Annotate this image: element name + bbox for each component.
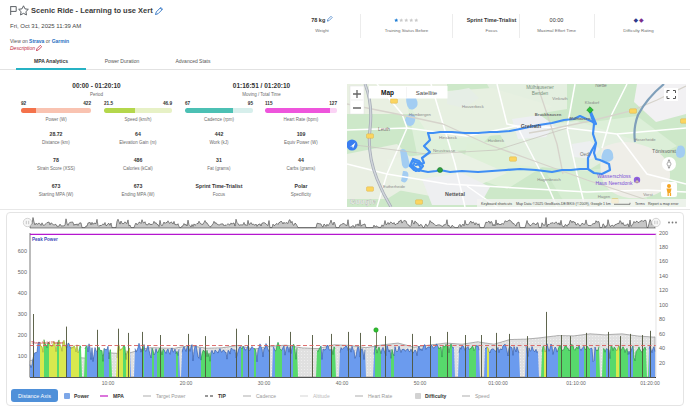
- svg-text:Google: Google: [350, 198, 376, 206]
- svg-text:Target Power: Target Power: [156, 393, 186, 399]
- svg-text:Map Data ©2025 GeoBasis-DE/BKG: Map Data ©2025 GeoBasis-DE/BKG (©2009), …: [516, 202, 602, 206]
- svg-text:Threshold Power: Threshold Power: [31, 340, 64, 345]
- svg-text:20:00: 20:00: [180, 380, 193, 386]
- svg-text:30:00: 30:00: [258, 380, 271, 386]
- svg-text:Power: Power: [74, 393, 89, 399]
- svg-text:Mülhausen: Mülhausen: [570, 116, 591, 121]
- svg-text:180: 180: [659, 244, 668, 250]
- svg-text:Terms: Terms: [635, 202, 645, 206]
- svg-text:TIP: TIP: [218, 393, 226, 399]
- svg-text:Altitude: Altitude: [313, 393, 330, 399]
- svg-text:Vinkrath: Vinkrath: [552, 96, 568, 101]
- svg-text:01:20:00: 01:20:00: [640, 380, 660, 386]
- svg-text:Tönisvorst: Tönisvorst: [652, 148, 676, 154]
- svg-text:Oedt: Oedt: [580, 152, 591, 157]
- svg-text:200: 200: [659, 230, 668, 236]
- svg-text:60: 60: [659, 331, 665, 337]
- svg-text:Heart Rate: Heart Rate: [368, 393, 392, 399]
- svg-text:01:00:00: 01:00:00: [488, 380, 508, 386]
- svg-text:Vorst: Vorst: [643, 192, 653, 197]
- svg-text:Benden: Benden: [532, 91, 549, 96]
- svg-text:Nettetal: Nettetal: [445, 191, 465, 197]
- svg-text:600: 600: [18, 248, 27, 254]
- svg-text:40: 40: [659, 345, 665, 351]
- svg-text:Hagenbroich: Hagenbroich: [537, 177, 561, 182]
- svg-text:Wasserschloss: Wasserschloss: [597, 173, 631, 179]
- svg-text:Difficulty: Difficulty: [425, 393, 447, 399]
- svg-text:MPA: MPA: [113, 393, 124, 399]
- svg-text:160: 160: [659, 258, 668, 264]
- svg-text:Klixdorf: Klixdorf: [585, 100, 600, 105]
- svg-text:100: 100: [18, 353, 27, 359]
- svg-text:Haus Neersdonk: Haus Neersdonk: [595, 180, 633, 186]
- svg-text:Bruckhausen: Bruckhausen: [535, 112, 562, 117]
- svg-text:40:00: 40:00: [336, 380, 349, 386]
- svg-text:Distance Axis: Distance Axis: [18, 393, 51, 399]
- svg-text:Cadence: Cadence: [256, 393, 276, 399]
- svg-text:⛪: ⛪: [635, 178, 640, 183]
- svg-text:01:10:00: 01:10:00: [566, 380, 586, 386]
- svg-text:300: 300: [18, 311, 27, 317]
- svg-text:Satellite: Satellite: [416, 90, 438, 96]
- svg-text:20: 20: [659, 360, 665, 366]
- svg-text:400: 400: [18, 290, 27, 296]
- svg-text:Nette: Nette: [595, 84, 607, 88]
- svg-text:Map: Map: [381, 89, 394, 97]
- svg-text:Hagen: Hagen: [598, 194, 611, 199]
- svg-text:200: 200: [18, 332, 27, 338]
- svg-text:120: 120: [659, 287, 668, 293]
- svg-text:100: 100: [659, 302, 668, 308]
- svg-text:80: 80: [659, 316, 665, 322]
- svg-text:Eutherheide: Eutherheide: [383, 184, 406, 189]
- svg-text:Leuth: Leuth: [378, 127, 390, 132]
- svg-text:500: 500: [18, 269, 27, 275]
- svg-text:140: 140: [659, 273, 668, 279]
- svg-text:Mülhausener: Mülhausener: [526, 85, 554, 90]
- svg-text:Keyboard shortcuts: Keyboard shortcuts: [481, 202, 512, 206]
- svg-text:Hombergen: Hombergen: [409, 112, 432, 117]
- svg-text:10:00: 10:00: [102, 380, 115, 386]
- svg-text:Houverbeck: Houverbeck: [462, 104, 485, 109]
- svg-text:Report a map error: Report a map error: [648, 202, 679, 206]
- svg-text:Hinsbeck: Hinsbeck: [439, 135, 458, 140]
- svg-text:Speed: Speed: [475, 393, 490, 399]
- svg-text:Grefrath: Grefrath: [521, 123, 541, 129]
- svg-text:Hoserheide: Hoserheide: [634, 137, 656, 142]
- svg-text:Husbeck: Husbeck: [488, 138, 505, 143]
- svg-text:Peak Power: Peak Power: [32, 237, 58, 242]
- svg-text:Neustrasse: Neustrasse: [433, 148, 456, 153]
- svg-text:1 km: 1 km: [603, 202, 611, 206]
- svg-text:50:00: 50:00: [414, 380, 427, 386]
